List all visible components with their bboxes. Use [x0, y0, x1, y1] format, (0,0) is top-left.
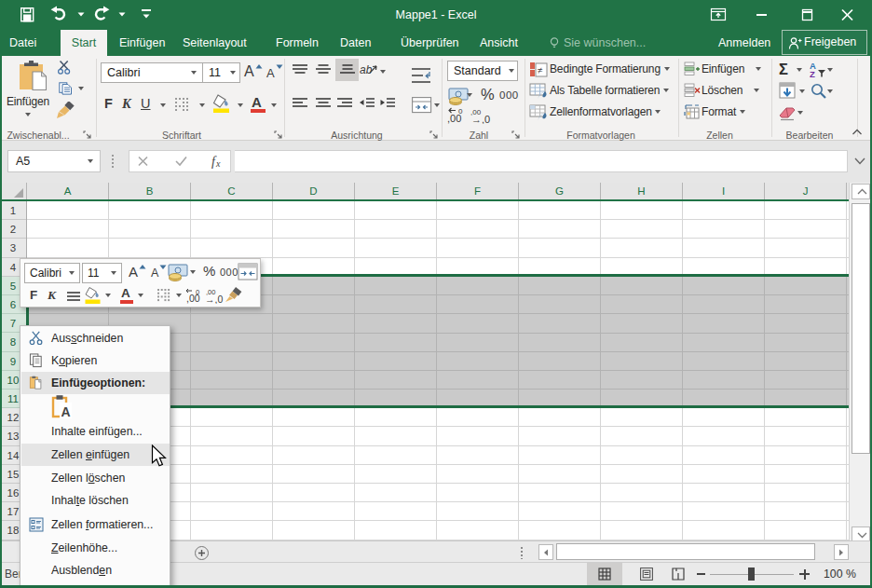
svg-text:→,0: →,0: [471, 114, 490, 125]
svg-text:0: 0: [458, 107, 463, 116]
svg-text:→,0: →,0: [205, 294, 223, 305]
svg-text:Z: Z: [810, 69, 815, 78]
svg-text:≠: ≠: [538, 65, 543, 75]
svg-text:x: x: [215, 158, 221, 169]
svg-text:A: A: [61, 404, 71, 419]
svg-text:ab: ab: [360, 63, 373, 76]
svg-text:0: 0: [196, 288, 199, 296]
